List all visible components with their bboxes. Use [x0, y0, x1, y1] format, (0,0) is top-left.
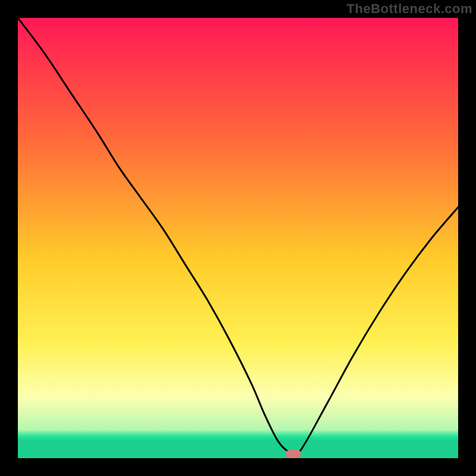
plot-area	[18, 18, 458, 458]
figure-frame: TheBottleneck.com	[0, 0, 476, 476]
sweet-spot-marker	[286, 450, 301, 458]
gradient-background	[18, 18, 458, 458]
plot-svg	[18, 18, 458, 458]
watermark-text: TheBottleneck.com	[347, 1, 472, 17]
